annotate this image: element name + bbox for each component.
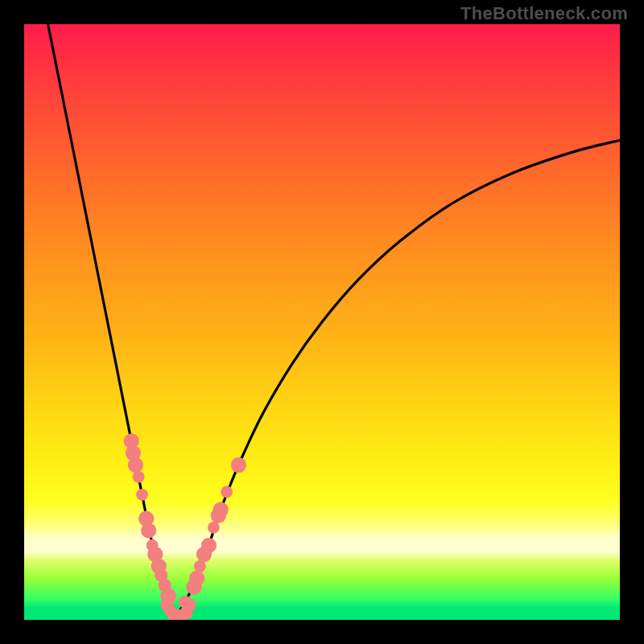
scatter-marker — [141, 522, 156, 538]
scatter-marker — [208, 522, 220, 534]
scatter-marker — [136, 489, 148, 501]
plot-area — [24, 24, 620, 620]
scatter-marker — [179, 596, 192, 609]
scatter-marker — [213, 502, 229, 517]
chart-stage: TheBottleneck.com — [0, 0, 644, 644]
scatter-marker — [133, 471, 145, 483]
chart-svg — [24, 24, 620, 620]
watermark-text: TheBottleneck.com — [460, 3, 628, 24]
scatter-marker — [231, 457, 246, 473]
scatter-markers — [124, 433, 246, 620]
scatter-marker — [128, 457, 143, 473]
scatter-marker — [201, 538, 217, 553]
scatter-marker — [189, 571, 204, 586]
curve-left-branch — [48, 24, 176, 617]
scatter-marker — [221, 486, 233, 498]
curve-right-branch — [176, 140, 620, 617]
